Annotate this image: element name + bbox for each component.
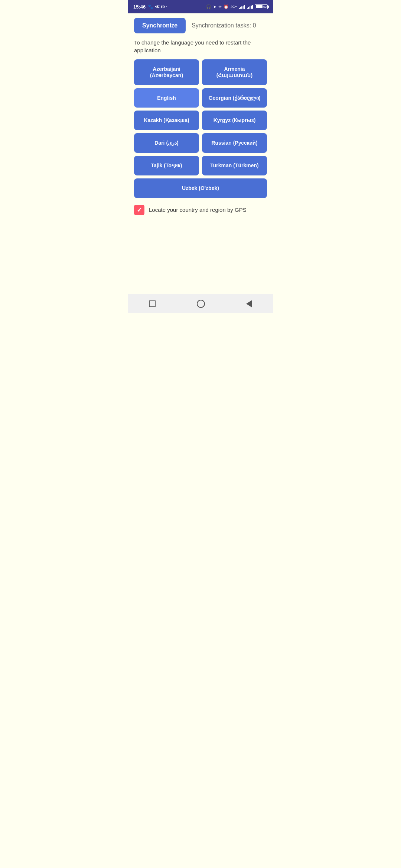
nav-bar xyxy=(128,294,273,313)
info-text: To change the language you need to resta… xyxy=(134,39,267,54)
back-button[interactable] xyxy=(239,298,260,310)
lang-button-kazakh[interactable]: Kazakh (Қазақша) xyxy=(134,111,199,130)
gps-label: Locate your country and region by GPS xyxy=(149,207,247,213)
home-button[interactable] xyxy=(189,297,212,310)
lang-button-armenia[interactable]: Armenia (Հայաստան) xyxy=(202,59,267,85)
status-icons: 🐾 ≪ re · xyxy=(148,4,167,9)
lang-button-english[interactable]: English xyxy=(134,88,199,108)
headphone-icon: 🎧 xyxy=(206,4,211,9)
main-content: Synchronize Synchronization tasks: 0 To … xyxy=(128,13,273,294)
lang-button-georgian[interactable]: Georgian (ქართული) xyxy=(202,88,267,108)
recents-button[interactable] xyxy=(141,298,163,309)
status-bar: 15:46 🐾 ≪ re · 🎧 ➤ ✳ ⏰ 4G+ 52 xyxy=(128,0,273,13)
alarm-icon: ⏰ xyxy=(224,4,229,9)
status-right: 🎧 ➤ ✳ ⏰ 4G+ 52 xyxy=(206,4,268,9)
language-grid: Azerbaijani (Azərbaycan) Armenia (Հայաստ… xyxy=(134,59,267,175)
battery-icon: 52 xyxy=(255,4,268,9)
gps-row: ✓ Locate your country and region by GPS xyxy=(134,205,267,215)
lang-button-uzbek[interactable]: Uzbek (O'zbek) xyxy=(134,178,267,198)
network-label: 4G+ xyxy=(231,5,237,9)
time-display: 15:46 xyxy=(133,4,146,10)
lang-button-tajik[interactable]: Tajik (Тоҷик) xyxy=(134,156,199,175)
gps-checkbox[interactable]: ✓ xyxy=(134,205,144,215)
lang-button-kyrgyz[interactable]: Kyrgyz (Кыргыз) xyxy=(202,111,267,130)
back-icon xyxy=(246,300,252,308)
header-row: Synchronize Synchronization tasks: 0 xyxy=(134,18,267,33)
bluetooth-icon: ✳ xyxy=(218,4,222,9)
lang-button-azerbaijani[interactable]: Azerbaijani (Azərbaycan) xyxy=(134,59,199,85)
signal-bars-1 xyxy=(239,4,245,9)
lang-button-dari[interactable]: Dari (دری) xyxy=(134,133,199,153)
recents-icon xyxy=(149,300,156,307)
location-icon: ➤ xyxy=(213,4,216,9)
sync-tasks-label: Synchronization tasks: 0 xyxy=(192,22,256,29)
checkmark-icon: ✓ xyxy=(137,206,142,214)
synchronize-button[interactable]: Synchronize xyxy=(134,18,186,33)
battery-percent: 52 xyxy=(263,5,267,9)
status-left: 15:46 🐾 ≪ re · xyxy=(133,4,167,10)
lang-button-turkman[interactable]: Turkman (Türkmen) xyxy=(202,156,267,175)
lang-button-russian[interactable]: Russian (Русский) xyxy=(202,133,267,153)
signal-bars-2 xyxy=(247,4,253,9)
home-icon xyxy=(197,300,205,308)
